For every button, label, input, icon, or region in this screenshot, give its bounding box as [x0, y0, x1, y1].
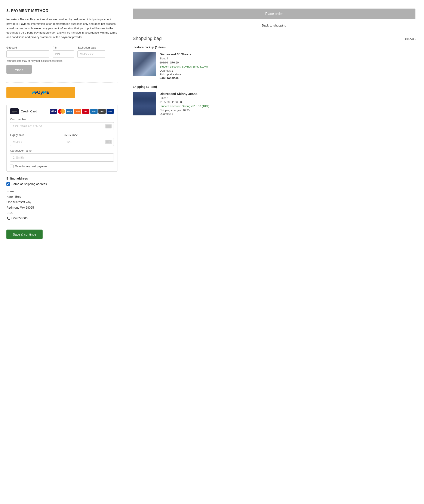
billing-country: USA [6, 210, 118, 216]
shorts-pickup-label: Pick up at a store [160, 73, 415, 76]
jeans-discount: Student discount: Savings $18.50 (10%) [160, 104, 415, 108]
jcb-icon: JCB [106, 109, 114, 114]
jeans-original-price: $185.00 [160, 100, 170, 104]
cvc-label: CVC / CVV [64, 133, 114, 137]
cardholder-label: Cardholder name [10, 149, 114, 152]
gift-card-input[interactable] [6, 50, 49, 58]
card-type-icon [105, 124, 112, 128]
jeans-quantity: Quantity: 1 [160, 112, 415, 115]
credit-card-text: Credit Card [21, 109, 37, 113]
visa-icon: VISA [50, 109, 57, 114]
edit-cart-link[interactable]: Edit Cart [405, 37, 415, 40]
cc-expiry-wrap [10, 138, 60, 146]
svg-rect-1 [12, 111, 17, 112]
card-icon-box [10, 108, 19, 114]
shorts-info: Distressed 3" Shorts Size: 4 $85.00 $76.… [160, 52, 415, 80]
billing-phone: 📞 4257058000 [6, 216, 118, 221]
shorts-name: Distressed 3" Shorts [160, 52, 415, 56]
back-to-shopping: Back to shopping [133, 24, 415, 27]
expiry-field-group: Expiration date [77, 46, 105, 58]
gift-card-note: Your gift card may or may not include th… [6, 59, 118, 62]
notice-label: Important Notice. [6, 18, 29, 21]
amex-icon: AMEX [66, 109, 73, 114]
shorts-pickup-location: San Francisco [160, 76, 415, 79]
shorts-original-price: $85.00 [160, 61, 168, 64]
cardholder-wrap [10, 153, 114, 162]
billing-address-type: Home [6, 189, 118, 194]
jeans-size: Size: 2 [160, 96, 415, 100]
gift-card-section: Gift card PIN Expiration date Your gift … [6, 46, 118, 78]
cc-expiry-group: Expiry date [10, 133, 60, 146]
cc-expiry-input[interactable] [10, 138, 60, 146]
jeans-price: $185.00 $166.50 [160, 100, 415, 104]
billing-same-row: Same as shipping address [6, 182, 118, 186]
diners-icon: DIN [98, 109, 106, 114]
shorts-discount: Student discount: Savings $8.50 (10%) [160, 65, 415, 68]
mastercard-icon [58, 109, 65, 114]
billing-section: Billing address Same as shipping address… [6, 177, 118, 221]
billing-title: Billing address [6, 177, 118, 180]
shorts-price: $85.00 $76.50 [160, 61, 415, 64]
svg-rect-2 [12, 112, 15, 112]
credit-card-header: Credit Card VISA AMEX DISC CUP MAE DIN [10, 108, 114, 114]
divider-1 [6, 82, 118, 83]
billing-name: Karen Berg [6, 194, 118, 200]
gift-card-label: Gift card [6, 46, 49, 49]
billing-street: One Microsoft way [6, 200, 118, 205]
important-notice: Important Notice. Payment services are p… [6, 17, 118, 40]
cardholder-group: Cardholder name [10, 149, 114, 162]
cvc-icon [105, 140, 112, 144]
save-continue-button[interactable]: Save & continue [6, 230, 43, 239]
paypal-logo: PPayPal [32, 90, 49, 95]
card-number-group: Card number [10, 118, 114, 130]
jeans-img-placeholder [133, 92, 156, 115]
save-checkbox-label: Save for my next payment [15, 164, 48, 168]
cardholder-input[interactable] [10, 153, 114, 162]
cup-icon: CUP [82, 109, 89, 114]
pin-input[interactable] [53, 50, 74, 58]
in-store-section-label: In-store pickup (1 item) [133, 46, 415, 49]
apply-button[interactable]: Apply [6, 65, 32, 74]
credit-card-section: Credit Card VISA AMEX DISC CUP MAE DIN [6, 105, 118, 172]
gift-card-field-group: Gift card [6, 46, 49, 58]
shorts-image [133, 52, 156, 76]
place-order-button[interactable]: Place order [133, 9, 415, 19]
card-number-wrap [10, 122, 114, 130]
pin-label: PIN [53, 46, 74, 49]
paypal-button[interactable]: PPayPal [6, 87, 75, 98]
shopping-bag-title: Shopping bag [133, 36, 162, 41]
maestro-icon: MAE [90, 109, 98, 114]
save-checkbox[interactable] [10, 164, 13, 168]
jeans-info: Distressed Skinny Jeans Size: 2 $185.00 … [160, 92, 415, 116]
credit-card-label-group: Credit Card [10, 108, 37, 114]
expiry-label: Expiration date [77, 46, 105, 49]
jeans-image [133, 92, 156, 115]
svg-rect-4 [106, 126, 108, 126]
shipping-section-label: Shipping (1 item) [133, 85, 415, 89]
cvc-group: CVC / CVV [64, 133, 114, 146]
shorts-size: Size: 4 [160, 57, 415, 60]
expiry-cvc-row: Expiry date CVC / CVV [10, 133, 114, 149]
card-number-label: Card number [10, 118, 114, 121]
card-number-input[interactable] [10, 122, 114, 130]
expiry-input[interactable] [77, 50, 105, 58]
svg-rect-3 [106, 125, 111, 128]
shorts-discounted-price: $76.50 [170, 61, 179, 64]
save-checkbox-group: Save for my next payment [10, 164, 114, 168]
shopping-bag-header: Shopping bag Edit Cart [133, 36, 415, 41]
back-to-shopping-link[interactable]: Back to shopping [262, 24, 286, 27]
billing-address: Home Karen Berg One Microsoft way Redmon… [6, 189, 118, 221]
shorts-quantity: Quantity: 1 [160, 69, 415, 72]
billing-same-label: Same as shipping address [12, 182, 47, 186]
billing-city-state: Redmond WA 98055 [6, 205, 118, 210]
shorts-img-placeholder [133, 52, 156, 76]
section-title: 3. PAYMENT METHOD [6, 9, 118, 13]
jeans-shipping-charges: Shipping charges: $6.95 [160, 109, 415, 112]
billing-same-checkbox[interactable] [6, 182, 10, 186]
discover-icon: DISC [74, 109, 81, 114]
cvc-wrap [64, 138, 114, 146]
jeans-discounted-price: $166.50 [172, 100, 182, 104]
pin-field-group: PIN [53, 46, 74, 58]
cc-expiry-label: Expiry date [10, 133, 60, 137]
jeans-name: Distressed Skinny Jeans [160, 92, 415, 96]
